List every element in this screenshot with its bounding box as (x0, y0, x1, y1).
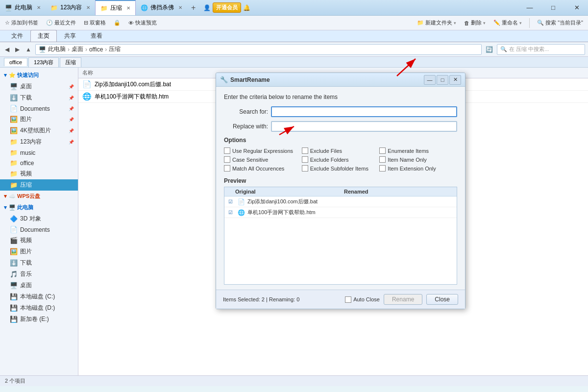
preview-htm-icon: 🌐 (238, 209, 245, 216)
rename-button[interactable]: Rename (384, 294, 422, 305)
preview-htm-name: 单机100手游网下载帮助.htm (247, 209, 349, 216)
checkbox-box-nameonly[interactable] (379, 156, 386, 163)
dialog-close-x-button[interactable]: ✕ (449, 75, 461, 85)
checkbox-box-excsubf[interactable] (302, 165, 308, 172)
checkbox-exclude-subfolder[interactable]: Exclude Subfolder Items (302, 165, 380, 172)
options-section: Options Use Regular Expressions Exclude … (224, 137, 457, 172)
checkbox-case-sensitive[interactable]: Case Sensitive (224, 156, 302, 163)
options-label: Options (224, 137, 457, 144)
checkbox-box-matchall[interactable] (224, 165, 230, 172)
dialog-title: SmartRename (230, 76, 424, 83)
preview-header: Original Renamed (224, 187, 457, 196)
preview-section: Preview Original Renamed ☑ 📄 Zip添加danji1… (224, 177, 457, 285)
preview-renamed-header: Renamed (344, 189, 453, 195)
dialog-window-controls: — □ ✕ (424, 75, 461, 85)
search-input[interactable] (271, 106, 457, 117)
dialog-footer: Items Selected: 2 | Renaming: 0 Auto Clo… (216, 290, 465, 309)
preview-box: Original Renamed ☑ 📄 Zip添加danji100.com后缀… (224, 187, 457, 285)
checkbox-box-case[interactable] (224, 156, 230, 163)
replace-input[interactable] (271, 121, 457, 132)
preview-bat-icon: 📄 (238, 198, 245, 205)
checkbox-box-extonly[interactable] (379, 165, 386, 172)
dialog-status: Items Selected: 2 | Renaming: 0 (223, 296, 341, 302)
checkbox-box-regex[interactable] (224, 147, 230, 154)
search-form-row: Search for: (224, 106, 457, 117)
dialog-maximize-button[interactable]: □ (437, 75, 448, 85)
smartrename-dialog: 🔧 SmartRename — □ ✕ Enter the criteria b… (216, 73, 466, 309)
auto-close-label: Auto Close (353, 296, 380, 302)
checkbox-enumerate-items[interactable]: Enumerate Items (379, 147, 457, 154)
dialog-minimize-button[interactable]: — (424, 75, 436, 85)
preview-check-bat[interactable]: ☑ (228, 199, 235, 204)
dialog-body: Enter the criteria below to rename the i… (216, 87, 465, 290)
preview-bat-name: Zip添加danji100.com后缀.bat (247, 198, 349, 205)
preview-orig-header: Original (235, 189, 344, 195)
checkbox-item-name-only[interactable]: Item Name Only (379, 156, 457, 163)
options-grid: Use Regular Expressions Exclude Files En… (224, 147, 457, 172)
dialog-description: Enter the criteria below to rename the i… (224, 94, 457, 100)
checkbox-item-ext-only[interactable]: Item Extension Only (379, 165, 457, 172)
replace-form-row: Replace with: (224, 121, 457, 132)
dialog-overlay: 🔧 SmartRename — □ ✕ Enter the criteria b… (0, 0, 588, 392)
dialog-app-icon: 🔧 (220, 76, 228, 83)
checkbox-use-regex[interactable]: Use Regular Expressions (224, 147, 302, 154)
auto-close-checkbox[interactable]: Auto Close (345, 296, 380, 303)
checkbox-exclude-files[interactable]: Exclude Files (302, 147, 380, 154)
checkbox-match-all[interactable]: Match All Occurences (224, 165, 302, 172)
preview-check-htm[interactable]: ☑ (228, 210, 235, 215)
checkbox-box-excfiles[interactable] (302, 147, 308, 154)
checkbox-exclude-folders[interactable]: Exclude Folders (302, 156, 380, 163)
checkbox-box-excfold[interactable] (302, 156, 308, 163)
auto-close-check-box[interactable] (345, 296, 351, 303)
preview-label: Preview (224, 177, 457, 184)
dialog-close-button[interactable]: Close (426, 294, 458, 305)
dialog-titlebar: 🔧 SmartRename — □ ✕ (216, 73, 465, 87)
checkbox-box-enum[interactable] (379, 147, 386, 154)
replace-label: Replace with: (224, 123, 268, 130)
search-label: Search for: (224, 108, 268, 115)
preview-row-bat[interactable]: ☑ 📄 Zip添加danji100.com后缀.bat (224, 196, 457, 207)
preview-row-htm[interactable]: ☑ 🌐 单机100手游网下载帮助.htm (224, 207, 457, 218)
